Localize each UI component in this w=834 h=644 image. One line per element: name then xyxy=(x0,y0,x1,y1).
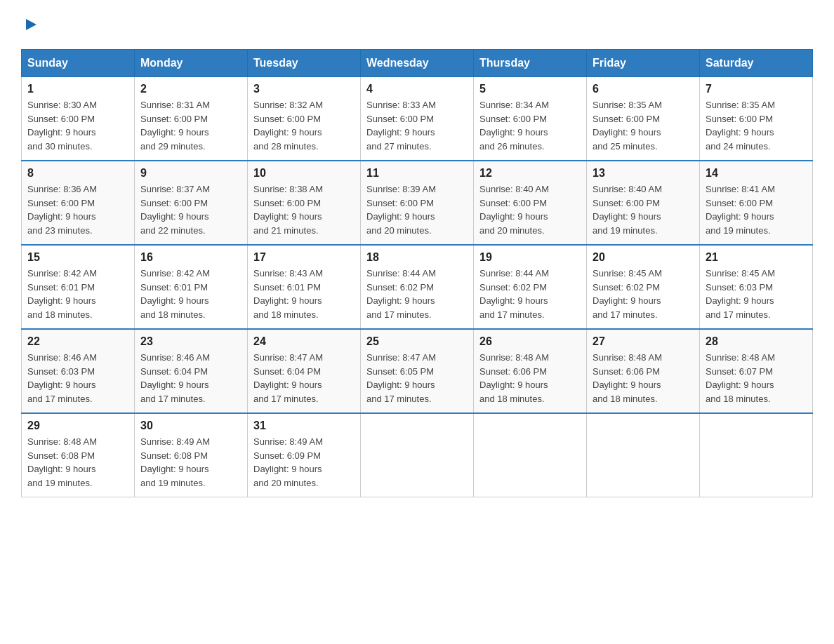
calendar-cell: 23Sunrise: 8:46 AMSunset: 6:04 PMDayligh… xyxy=(135,329,248,413)
day-number: 11 xyxy=(366,167,468,180)
day-number: 15 xyxy=(27,251,128,264)
day-detail: Sunrise: 8:42 AMSunset: 6:01 PMDaylight:… xyxy=(140,267,241,321)
day-detail: Sunrise: 8:30 AMSunset: 6:00 PMDaylight:… xyxy=(27,98,128,153)
day-detail: Sunrise: 8:40 AMSunset: 6:00 PMDaylight:… xyxy=(479,182,581,237)
day-number: 20 xyxy=(593,251,694,264)
calendar-cell: 6Sunrise: 8:35 AMSunset: 6:00 PMDaylight… xyxy=(587,77,700,161)
day-number: 4 xyxy=(366,83,468,95)
calendar-cell: 11Sunrise: 8:39 AMSunset: 6:00 PMDayligh… xyxy=(361,161,474,245)
day-number: 29 xyxy=(27,420,128,432)
calendar-cell: 29Sunrise: 8:48 AMSunset: 6:08 PMDayligh… xyxy=(22,413,135,497)
day-number: 28 xyxy=(706,335,807,348)
day-number: 25 xyxy=(366,335,468,348)
day-number: 16 xyxy=(140,251,241,264)
calendar-cell: 21Sunrise: 8:45 AMSunset: 6:03 PMDayligh… xyxy=(700,245,813,329)
day-detail: Sunrise: 8:48 AMSunset: 6:06 PMDaylight:… xyxy=(479,351,581,405)
weekday-header-tuesday: Tuesday xyxy=(248,50,361,77)
calendar-table: SundayMondayTuesdayWednesdayThursdayFrid… xyxy=(21,49,813,497)
svg-marker-0 xyxy=(26,19,37,30)
calendar-cell: 10Sunrise: 8:38 AMSunset: 6:00 PMDayligh… xyxy=(248,161,361,245)
day-detail: Sunrise: 8:48 AMSunset: 6:06 PMDaylight:… xyxy=(593,351,694,405)
calendar-cell: 15Sunrise: 8:42 AMSunset: 6:01 PMDayligh… xyxy=(22,245,135,329)
calendar-cell: 14Sunrise: 8:41 AMSunset: 6:00 PMDayligh… xyxy=(700,161,813,245)
calendar-cell xyxy=(474,413,587,497)
day-detail: Sunrise: 8:43 AMSunset: 6:01 PMDaylight:… xyxy=(253,267,355,321)
day-detail: Sunrise: 8:44 AMSunset: 6:02 PMDaylight:… xyxy=(366,267,468,321)
logo-flag-icon xyxy=(24,14,38,35)
day-number: 31 xyxy=(253,420,355,432)
day-detail: Sunrise: 8:47 AMSunset: 6:05 PMDaylight:… xyxy=(366,351,468,405)
calendar-cell: 31Sunrise: 8:49 AMSunset: 6:09 PMDayligh… xyxy=(248,413,361,497)
calendar-week-row: 15Sunrise: 8:42 AMSunset: 6:01 PMDayligh… xyxy=(22,245,813,329)
day-detail: Sunrise: 8:47 AMSunset: 6:04 PMDaylight:… xyxy=(253,351,355,405)
day-detail: Sunrise: 8:49 AMSunset: 6:09 PMDaylight:… xyxy=(253,435,355,490)
day-detail: Sunrise: 8:49 AMSunset: 6:08 PMDaylight:… xyxy=(140,435,241,490)
day-number: 12 xyxy=(479,167,581,180)
weekday-header-monday: Monday xyxy=(135,50,248,77)
calendar-cell: 16Sunrise: 8:42 AMSunset: 6:01 PMDayligh… xyxy=(135,245,248,329)
calendar-cell: 8Sunrise: 8:36 AMSunset: 6:00 PMDaylight… xyxy=(22,161,135,245)
calendar-week-row: 8Sunrise: 8:36 AMSunset: 6:00 PMDaylight… xyxy=(22,161,813,245)
calendar-cell: 25Sunrise: 8:47 AMSunset: 6:05 PMDayligh… xyxy=(361,329,474,413)
weekday-header-sunday: Sunday xyxy=(22,50,135,77)
day-detail: Sunrise: 8:36 AMSunset: 6:00 PMDaylight:… xyxy=(27,182,128,237)
calendar-cell: 3Sunrise: 8:32 AMSunset: 6:00 PMDaylight… xyxy=(248,77,361,161)
day-detail: Sunrise: 8:34 AMSunset: 6:00 PMDaylight:… xyxy=(479,98,581,153)
day-detail: Sunrise: 8:40 AMSunset: 6:00 PMDaylight:… xyxy=(593,182,694,237)
calendar-cell: 28Sunrise: 8:48 AMSunset: 6:07 PMDayligh… xyxy=(700,329,813,413)
logo xyxy=(21,14,38,35)
calendar-cell xyxy=(700,413,813,497)
day-number: 3 xyxy=(253,83,355,95)
calendar-header: SundayMondayTuesdayWednesdayThursdayFrid… xyxy=(22,50,813,77)
day-detail: Sunrise: 8:37 AMSunset: 6:00 PMDaylight:… xyxy=(140,182,241,237)
calendar-body: 1Sunrise: 8:30 AMSunset: 6:00 PMDaylight… xyxy=(22,77,813,497)
calendar-cell: 1Sunrise: 8:30 AMSunset: 6:00 PMDaylight… xyxy=(22,77,135,161)
weekday-header-wednesday: Wednesday xyxy=(361,50,474,77)
calendar-cell: 17Sunrise: 8:43 AMSunset: 6:01 PMDayligh… xyxy=(248,245,361,329)
logo-general-line xyxy=(21,14,38,35)
calendar-cell: 20Sunrise: 8:45 AMSunset: 6:02 PMDayligh… xyxy=(587,245,700,329)
day-detail: Sunrise: 8:38 AMSunset: 6:00 PMDaylight:… xyxy=(253,182,355,237)
calendar-cell: 24Sunrise: 8:47 AMSunset: 6:04 PMDayligh… xyxy=(248,329,361,413)
calendar-cell: 4Sunrise: 8:33 AMSunset: 6:00 PMDaylight… xyxy=(361,77,474,161)
day-number: 27 xyxy=(593,335,694,348)
calendar-cell: 26Sunrise: 8:48 AMSunset: 6:06 PMDayligh… xyxy=(474,329,587,413)
day-detail: Sunrise: 8:45 AMSunset: 6:02 PMDaylight:… xyxy=(593,267,694,321)
day-number: 10 xyxy=(253,167,355,180)
day-number: 2 xyxy=(140,83,241,95)
day-detail: Sunrise: 8:48 AMSunset: 6:08 PMDaylight:… xyxy=(27,435,128,490)
day-detail: Sunrise: 8:42 AMSunset: 6:01 PMDaylight:… xyxy=(27,267,128,321)
day-number: 19 xyxy=(479,251,581,264)
day-number: 14 xyxy=(706,167,807,180)
day-detail: Sunrise: 8:44 AMSunset: 6:02 PMDaylight:… xyxy=(479,267,581,321)
day-number: 1 xyxy=(27,83,128,95)
day-number: 7 xyxy=(706,83,807,95)
calendar-cell: 2Sunrise: 8:31 AMSunset: 6:00 PMDaylight… xyxy=(135,77,248,161)
day-number: 18 xyxy=(366,251,468,264)
calendar-cell: 22Sunrise: 8:46 AMSunset: 6:03 PMDayligh… xyxy=(22,329,135,413)
day-number: 8 xyxy=(27,167,128,180)
day-detail: Sunrise: 8:39 AMSunset: 6:00 PMDaylight:… xyxy=(366,182,468,237)
day-number: 5 xyxy=(479,83,581,95)
calendar-cell: 19Sunrise: 8:44 AMSunset: 6:02 PMDayligh… xyxy=(474,245,587,329)
calendar-week-row: 29Sunrise: 8:48 AMSunset: 6:08 PMDayligh… xyxy=(22,413,813,497)
calendar-cell: 30Sunrise: 8:49 AMSunset: 6:08 PMDayligh… xyxy=(135,413,248,497)
day-number: 21 xyxy=(706,251,807,264)
day-number: 24 xyxy=(253,335,355,348)
day-number: 30 xyxy=(140,420,241,432)
weekday-header-saturday: Saturday xyxy=(700,50,813,77)
calendar-cell: 7Sunrise: 8:35 AMSunset: 6:00 PMDaylight… xyxy=(700,77,813,161)
calendar-cell: 5Sunrise: 8:34 AMSunset: 6:00 PMDaylight… xyxy=(474,77,587,161)
day-detail: Sunrise: 8:31 AMSunset: 6:00 PMDaylight:… xyxy=(140,98,241,153)
day-number: 6 xyxy=(593,83,694,95)
weekday-header-thursday: Thursday xyxy=(474,50,587,77)
page-header xyxy=(21,14,813,35)
day-number: 9 xyxy=(140,167,241,180)
day-detail: Sunrise: 8:35 AMSunset: 6:00 PMDaylight:… xyxy=(593,98,694,153)
day-number: 22 xyxy=(27,335,128,348)
day-detail: Sunrise: 8:35 AMSunset: 6:00 PMDaylight:… xyxy=(706,98,807,153)
calendar-cell xyxy=(587,413,700,497)
calendar-cell: 27Sunrise: 8:48 AMSunset: 6:06 PMDayligh… xyxy=(587,329,700,413)
calendar-week-row: 1Sunrise: 8:30 AMSunset: 6:00 PMDaylight… xyxy=(22,77,813,161)
day-detail: Sunrise: 8:46 AMSunset: 6:04 PMDaylight:… xyxy=(140,351,241,405)
